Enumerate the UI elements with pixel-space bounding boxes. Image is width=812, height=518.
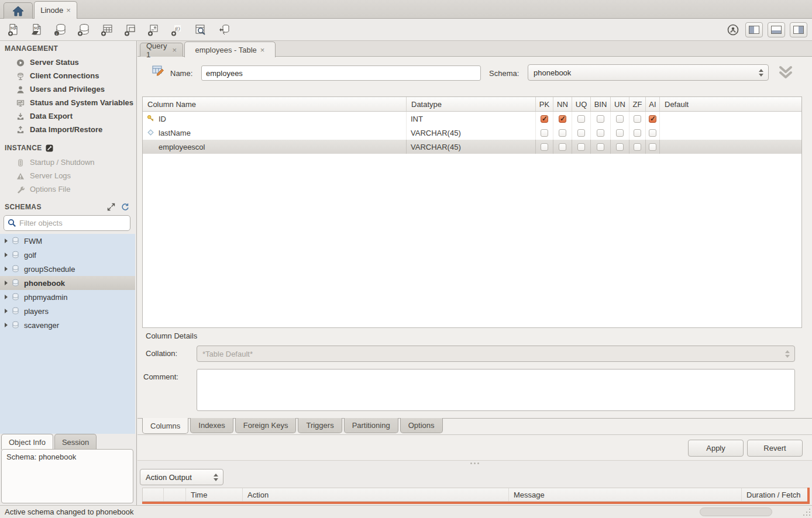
horizontal-scrollbar-thumb[interactable]	[700, 507, 772, 516]
ai-checkbox[interactable]	[649, 143, 656, 151]
header-default[interactable]: Default	[660, 97, 801, 111]
column-row-lastname[interactable]: lastName VARCHAR(45)	[143, 126, 801, 140]
schema-item-golf[interactable]: golf	[0, 248, 135, 262]
header-bin[interactable]: BIN	[591, 97, 611, 111]
header-pk[interactable]: PK	[536, 97, 553, 111]
apply-button[interactable]: Apply	[688, 440, 744, 457]
sidebar-item-system-variables[interactable]: Status and System Variables	[0, 96, 136, 109]
tab-triggers[interactable]: Triggers	[298, 418, 342, 433]
expander-icon[interactable]	[5, 267, 8, 271]
zf-checkbox[interactable]	[634, 115, 641, 123]
sidebar-item-startup-shutdown[interactable]: Startup / Shutdown	[0, 156, 136, 169]
create-view-icon[interactable]	[123, 22, 138, 37]
sidebar-item-client-connections[interactable]: Client Connections	[0, 69, 136, 82]
schema-item-groupschedule[interactable]: groupSchedule	[0, 262, 135, 276]
schema-select[interactable]: phonebook	[528, 64, 769, 81]
home-tab[interactable]	[4, 2, 33, 19]
output-selector[interactable]: Action Output	[140, 469, 223, 485]
header-nn[interactable]: NN	[553, 97, 572, 111]
toggle-bottom-output-button[interactable]	[768, 22, 785, 37]
column-row-employeescol[interactable]: employeescol VARCHAR(45)	[143, 140, 801, 154]
revert-button[interactable]: Revert	[747, 440, 803, 457]
header-zf[interactable]: ZF	[629, 97, 646, 111]
window-resize-grip[interactable]	[802, 509, 810, 517]
person-circle-icon[interactable]	[725, 22, 741, 37]
zf-checkbox[interactable]	[634, 143, 641, 151]
expander-icon[interactable]	[5, 239, 8, 243]
pk-checkbox[interactable]	[541, 143, 548, 151]
tab-foreign-keys[interactable]: Foreign Keys	[235, 418, 297, 433]
open-sql-script-icon[interactable]: SQL	[29, 22, 44, 37]
close-icon[interactable]: ×	[66, 6, 71, 15]
ai-checkbox[interactable]	[649, 115, 656, 123]
un-checkbox[interactable]	[616, 115, 624, 123]
schema-item-phpmyadmin[interactable]: phpmyadmin	[0, 290, 135, 304]
sidebar-item-server-logs[interactable]: Server Logs	[0, 169, 136, 182]
output-splitter-handle[interactable]	[137, 460, 812, 466]
un-checkbox[interactable]	[616, 143, 624, 151]
uq-checkbox[interactable]	[577, 143, 585, 151]
create-routine-icon[interactable]	[146, 22, 161, 37]
schema-item-scavenger[interactable]: scavenger	[0, 318, 135, 332]
expander-icon[interactable]	[5, 295, 8, 299]
comment-textarea[interactable]	[197, 369, 795, 411]
ai-checkbox[interactable]	[649, 129, 656, 137]
output-header-message[interactable]: Message	[509, 488, 742, 501]
sidebar-item-data-import[interactable]: Data Import/Restore	[0, 123, 136, 136]
bin-checkbox[interactable]	[597, 115, 604, 123]
zf-checkbox[interactable]	[634, 129, 641, 137]
tab-options[interactable]: Options	[400, 418, 443, 433]
bin-checkbox[interactable]	[597, 143, 604, 151]
sidebar-item-data-export[interactable]: Data Export	[0, 109, 136, 123]
collation-select[interactable]: *Table Default*	[197, 346, 795, 362]
connection-tab-linode[interactable]: Linode ×	[34, 1, 77, 19]
nn-checkbox[interactable]	[559, 115, 566, 123]
schema-filter-input[interactable]	[19, 219, 126, 227]
search-table-data-icon[interactable]	[193, 22, 208, 37]
tab-query-1[interactable]: Query 1 ×	[140, 43, 183, 57]
header-un[interactable]: UN	[611, 97, 629, 111]
schema-item-phonebook[interactable]: phonebook	[0, 276, 135, 290]
header-uq[interactable]: UQ	[572, 97, 591, 111]
output-header-duration[interactable]: Duration / Fetch	[742, 488, 808, 501]
tab-session[interactable]: Session	[54, 434, 97, 450]
pk-checkbox[interactable]	[541, 129, 548, 137]
tab-indexes[interactable]: Indexes	[190, 418, 233, 433]
close-icon[interactable]: ×	[172, 46, 177, 54]
un-checkbox[interactable]	[616, 129, 624, 137]
output-header-time[interactable]: Time	[186, 488, 243, 501]
uq-checkbox[interactable]	[577, 115, 585, 123]
spin-buttons[interactable]	[209, 469, 223, 485]
uq-checkbox[interactable]	[577, 129, 585, 137]
table-name-input[interactable]	[201, 65, 481, 81]
expand-schemas-icon[interactable]	[107, 203, 115, 211]
expander-icon[interactable]	[5, 253, 8, 257]
output-header-action[interactable]: Action	[243, 488, 509, 501]
close-icon[interactable]: ×	[260, 46, 265, 54]
pk-checkbox[interactable]	[541, 115, 548, 123]
toggle-left-sidebar-button[interactable]	[745, 22, 763, 37]
sidebar-item-server-status[interactable]: Server Status	[0, 56, 136, 69]
tab-partitioning[interactable]: Partitioning	[344, 418, 398, 433]
expander-icon[interactable]	[5, 281, 8, 285]
sidebar-item-options-file[interactable]: Options File	[0, 182, 136, 196]
refresh-schemas-icon[interactable]	[121, 203, 129, 211]
header-datatype[interactable]: Datatype	[407, 97, 536, 111]
expand-header-chevron-icon[interactable]	[777, 65, 794, 80]
nn-checkbox[interactable]	[559, 143, 566, 151]
reconnect-dbms-icon[interactable]	[216, 22, 232, 37]
header-ai[interactable]: AI	[646, 97, 660, 111]
schema-item-players[interactable]: players	[0, 304, 135, 318]
create-schema-icon[interactable]	[76, 22, 91, 37]
nn-checkbox[interactable]	[559, 129, 566, 137]
create-function-icon[interactable]: f()	[170, 22, 185, 37]
header-column-name[interactable]: Column Name	[143, 97, 407, 111]
inspect-database-icon[interactable]: i	[53, 22, 68, 37]
new-query-tab-icon[interactable]: SQL	[6, 22, 21, 37]
schema-filter[interactable]	[4, 215, 130, 231]
column-row-id[interactable]: ID INT	[143, 112, 801, 126]
expander-icon[interactable]	[5, 323, 8, 327]
sidebar-item-users-privileges[interactable]: Users and Privileges	[0, 82, 136, 96]
schema-item-fwm[interactable]: FWM	[0, 234, 135, 248]
tab-columns[interactable]: Columns	[142, 418, 188, 434]
